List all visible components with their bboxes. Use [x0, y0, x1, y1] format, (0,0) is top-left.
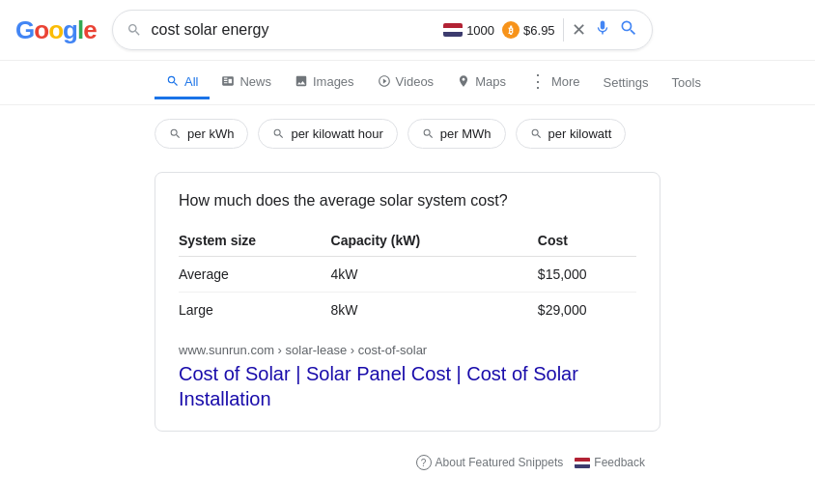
feedback-link[interactable]: Feedback [575, 456, 645, 469]
refinement-label-4: per kilowatt [548, 126, 612, 141]
nav-item-news[interactable]: News [210, 67, 283, 99]
search-icon [126, 22, 142, 38]
snippet-table: System size Capacity (kW) Cost Average 4… [179, 225, 636, 327]
search-submit-icon[interactable] [619, 18, 638, 42]
help-icon: ? [416, 455, 432, 470]
pill-search-icon-4 [530, 127, 543, 140]
nav-item-videos[interactable]: Videos [366, 67, 446, 99]
row2-cost: $29,000 [480, 293, 636, 328]
search-bar: cost solar energy 1000 ₿ $6.95 ✕ [112, 10, 653, 50]
crypto-price: $6.95 [523, 23, 555, 38]
nav-label-maps: Maps [475, 74, 506, 89]
nav-item-all[interactable]: All [155, 67, 210, 99]
table-header-system: System size [179, 225, 293, 257]
mic-icon[interactable] [594, 19, 611, 41]
table-row: Average 4kW $15,000 [179, 257, 636, 293]
flag-icon [443, 23, 463, 37]
refinement-pill-4[interactable]: per kilowatt [516, 119, 627, 149]
refinement-label-3: per MWh [440, 126, 492, 141]
table-header-capacity: Capacity (kW) [293, 225, 480, 257]
nav-right: Settings Tools [592, 68, 713, 98]
nav-item-maps[interactable]: Maps [445, 67, 518, 99]
refinement-label-1: per kWh [187, 126, 234, 141]
search-bar-right: 1000 ₿ $6.95 ✕ [443, 18, 637, 42]
nav-label-images: Images [313, 74, 354, 89]
videos-icon [378, 74, 391, 88]
pill-search-icon-3 [422, 127, 435, 140]
feedback-label: Feedback [594, 456, 645, 469]
divider [563, 18, 564, 42]
refinement-pill-3[interactable]: per MWh [408, 119, 506, 149]
nav-bar: All News Images Videos Maps ⋮ More Setti… [0, 61, 815, 105]
btc-icon: ₿ [502, 21, 520, 39]
main-content: How much does the average solar system c… [0, 162, 815, 488]
nav-label-news: News [239, 74, 271, 89]
row2-size: Large [179, 293, 293, 328]
result-title-link[interactable]: Cost of Solar | Solar Panel Cost | Cost … [179, 361, 636, 411]
search-input[interactable]: cost solar energy [152, 21, 435, 39]
row1-capacity: 4kW [293, 257, 480, 293]
feedback-flag-icon [575, 458, 590, 468]
google-logo[interactable]: Google [15, 15, 97, 45]
nav-item-more[interactable]: ⋮ More [518, 65, 592, 100]
row1-size: Average [179, 257, 293, 293]
about-snippets-link[interactable]: ? About Featured Snippets [416, 455, 564, 470]
nav-item-images[interactable]: Images [283, 67, 366, 99]
refinement-pill-1[interactable]: per kWh [155, 119, 248, 149]
all-icon [166, 74, 180, 88]
flag-count: 1000 [466, 23, 494, 38]
table-header-cost: Cost [480, 225, 636, 257]
table-row: Large 8kW $29,000 [179, 293, 636, 328]
images-icon [295, 74, 308, 88]
pill-search-icon-2 [272, 127, 285, 140]
footer-bar: ? About Featured Snippets Feedback [155, 447, 660, 478]
clear-icon[interactable]: ✕ [572, 19, 586, 41]
nav-label-videos: Videos [396, 74, 435, 89]
tools-link[interactable]: Tools [660, 68, 713, 98]
crypto-badge[interactable]: ₿ $6.95 [502, 21, 555, 39]
about-snippets-label: About Featured Snippets [436, 456, 564, 469]
refinements-bar: per kWh per kilowatt hour per MWh per ki… [0, 105, 815, 162]
nav-label-all: All [184, 74, 198, 89]
nav-label-more: More [551, 74, 580, 89]
source-url: www.sunrun.com › solar-lease › cost-of-s… [179, 343, 636, 357]
row1-cost: $15,000 [480, 257, 636, 293]
pill-search-icon-1 [169, 127, 182, 140]
flag-badge[interactable]: 1000 [443, 23, 494, 38]
row2-capacity: 8kW [293, 293, 480, 328]
refinement-label-2: per kilowatt hour [291, 126, 382, 141]
header: Google cost solar energy 1000 ₿ $6.95 ✕ [0, 0, 815, 61]
snippet-question: How much does the average solar system c… [179, 192, 636, 210]
maps-icon [457, 74, 470, 88]
settings-link[interactable]: Settings [592, 68, 660, 98]
news-icon [221, 74, 235, 88]
featured-snippet: How much does the average solar system c… [155, 172, 660, 432]
refinement-pill-2[interactable]: per kilowatt hour [258, 119, 397, 149]
